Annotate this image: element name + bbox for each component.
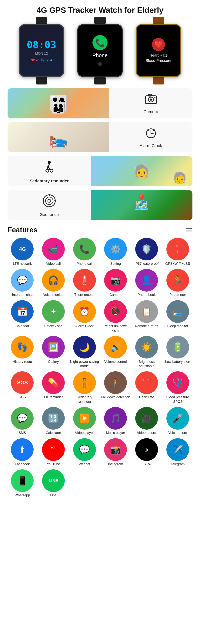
feature-item-volume: 🔊Volume control — [101, 336, 130, 368]
alarm-card-icon — [144, 126, 158, 142]
feature-icon-voice-record: 🎤 — [166, 407, 189, 430]
feature-label-reject-calls: Reject unknown calls — [101, 324, 130, 333]
feature-label-voice-monitor: Voice monitor — [43, 293, 64, 297]
feature-icon-tiktok: ♪ — [135, 438, 158, 461]
svg-point-4 — [154, 97, 156, 98]
feature-label-whatsapp: Whatsapp — [15, 493, 30, 498]
feature-grid: 4GLTE network📹Video call📞Phone call⚙️Set… — [8, 238, 192, 498]
geofence-svg — [42, 193, 57, 208]
svg-point-13 — [50, 169, 53, 172]
feature-item-waterproof: 🛡️IP67 waterproof — [132, 238, 162, 266]
sedentary-elderly-emoji: 🧓 — [91, 156, 192, 186]
feature-item-video-call: 📹Video call — [39, 238, 68, 266]
feature-icon-youtube: YouTube — [42, 438, 65, 461]
feature-label-heart-rate: Heart rate — [139, 395, 154, 400]
page-title: 4G GPS Tracker Watch for Elderly — [8, 0, 192, 18]
feature-item-fall-detect: 🚶Fall down detection — [101, 371, 130, 404]
strap-top-3 — [153, 16, 164, 24]
feature-icon-video-player: ▶️ — [73, 407, 96, 430]
feature-icon-calendar: 📅 — [11, 300, 34, 323]
feature-icon-intercom: 💬 — [11, 269, 34, 292]
feature-label-thermometer: Thermometer — [74, 293, 95, 297]
feature-label-volume: Volume control — [104, 360, 127, 364]
feature-item-music-player: 🎵Music player — [101, 407, 130, 435]
feature-icon-heart-rate: ❤️ — [135, 371, 158, 394]
feature-label-video-call: Video call — [46, 262, 61, 266]
feature-icon-safety-zone: ✦ — [42, 300, 65, 323]
feature-icon-whatsapp: 📱 — [11, 470, 34, 492]
feature-label-camera-feat: Camera — [110, 293, 122, 297]
strap-bottom-2 — [94, 77, 106, 84]
geofence-icon — [42, 193, 57, 211]
menu-icon[interactable] — [186, 228, 192, 232]
camera-label: Camera — [144, 110, 158, 114]
feature-icon-sos: SOS — [11, 371, 34, 394]
watch-face-3: ❤️ Heart RateBlood Pressure — [136, 24, 181, 77]
feature-item-calculator: 🔢Calculator — [39, 407, 68, 435]
feature-icon-waterproof: 🛡️ — [135, 238, 158, 260]
watch-item-3: ❤️ Heart RateBlood Pressure — [131, 18, 186, 82]
feature-icon-calculator: 🔢 — [42, 407, 65, 430]
feature-item-tiktok: ♪TikTok — [132, 438, 162, 466]
feature-item-sms: 💬SMS — [8, 407, 37, 435]
feature-item-sleep-monitor: 🛏️Sleep monitor — [163, 300, 192, 333]
feature-label-sleep-monitor: Sleep monitor — [167, 324, 188, 328]
feature-label-tiktok: TikTok — [142, 462, 151, 466]
feature-card-camera: 👨‍👩‍👧 Camera — [8, 88, 192, 118]
strap-top-2 — [94, 16, 106, 24]
svg-point-12 — [46, 169, 49, 172]
feature-item-video-record: 🎥Video record — [132, 407, 162, 435]
svg-rect-3 — [148, 94, 152, 96]
feature-item-calendar: 📅Calendar — [8, 300, 37, 333]
watch-item-2: 📞 Phone — [73, 18, 127, 82]
feature-icon-alarm-feat: ⏰ — [73, 300, 96, 323]
feature-item-lte: 4GLTE network — [8, 238, 37, 266]
geofence-card-left: Geo fence — [8, 192, 91, 219]
heart-icon: ❤️ — [154, 40, 163, 48]
feature-label-instagram: Instagram — [108, 462, 123, 466]
svg-point-2 — [150, 98, 152, 101]
feature-icon-setting: ⚙️ — [104, 238, 127, 260]
feature-icon-video-call: 📹 — [42, 238, 65, 260]
feature-item-history-route: 👣History route — [8, 336, 37, 368]
feature-icon-phone-call: 📞 — [73, 238, 96, 260]
step-metric: 👣 1234 — [40, 58, 52, 62]
features-section-title: Features — [8, 226, 37, 234]
menu-line-1 — [186, 228, 192, 228]
feature-label-youtube: YouTube — [47, 462, 60, 466]
feature-label-line: Line — [50, 493, 56, 498]
feature-icon-video-record: 🎥 — [135, 407, 158, 430]
feature-label-low-battery: Low battery alert — [165, 360, 190, 364]
feature-label-brightness: Brightness adjustable — [132, 360, 162, 368]
feature-item-pill: 💊Pill reminder — [39, 371, 68, 404]
feature-icon-gallery: 🖼️ — [42, 336, 65, 358]
sedentary-card-left: Sedentary reminder — [8, 157, 91, 185]
feature-card-sedentary: Sedentary reminder 🧓 — [8, 156, 192, 186]
feature-item-voice-record: 🎤Voice record — [163, 407, 192, 435]
svg-point-10 — [150, 137, 152, 138]
feature-icon-voice-monitor: 🎧 — [42, 269, 65, 292]
feature-icon-music-player: 🎵 — [104, 407, 127, 430]
feature-item-phone-call: 📞Phone call — [70, 238, 99, 266]
watch-date: MON 12 — [35, 52, 48, 56]
feature-icon-pill: 💊 — [42, 371, 65, 394]
feature-item-line: LINELine — [39, 470, 68, 498]
feature-item-youtube: YouTubeYouTube — [39, 438, 68, 466]
feature-icon-lte: 4G — [11, 238, 34, 260]
feature-icon-reject-calls: 📵 — [104, 300, 127, 323]
alarm-label: Alarm Clock — [140, 143, 162, 148]
svg-point-14 — [43, 195, 55, 207]
alarm-svg-icon — [144, 126, 158, 140]
feature-icon-night-power: 🌙 — [73, 336, 96, 358]
feature-icon-fall-detect: 🚶 — [104, 371, 127, 394]
feature-icon-gps: 📍 — [166, 238, 189, 260]
feature-item-telegram: ✈️Telegram — [163, 438, 192, 466]
sedentary-photo: 🧓 — [91, 156, 192, 186]
feature-label-sos: SOS — [19, 395, 26, 400]
feature-label-sedentary-feat: Sedentary reminder — [70, 395, 99, 404]
feature-item-phonebook: 👤Phone book — [132, 269, 162, 297]
feature-item-camera-feat: 📷Camera — [101, 269, 130, 297]
feature-item-sedentary-feat: 🧍Sedentary reminder — [70, 371, 99, 404]
feature-icon-blood-pressure: 🩺 — [166, 371, 189, 394]
feature-label-alarm-feat: Alarm Clock — [75, 324, 94, 328]
